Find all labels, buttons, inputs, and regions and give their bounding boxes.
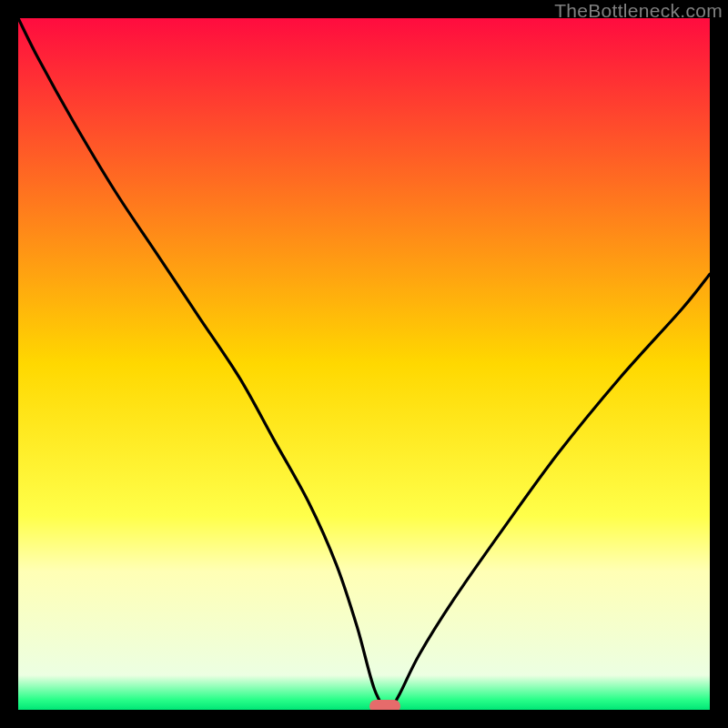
optimal-marker [369, 700, 400, 710]
chart-frame: TheBottleneck.com [0, 0, 728, 728]
bottleneck-curve [18, 18, 710, 710]
plot-area [18, 18, 710, 710]
attribution-text: TheBottleneck.com [554, 0, 723, 22]
